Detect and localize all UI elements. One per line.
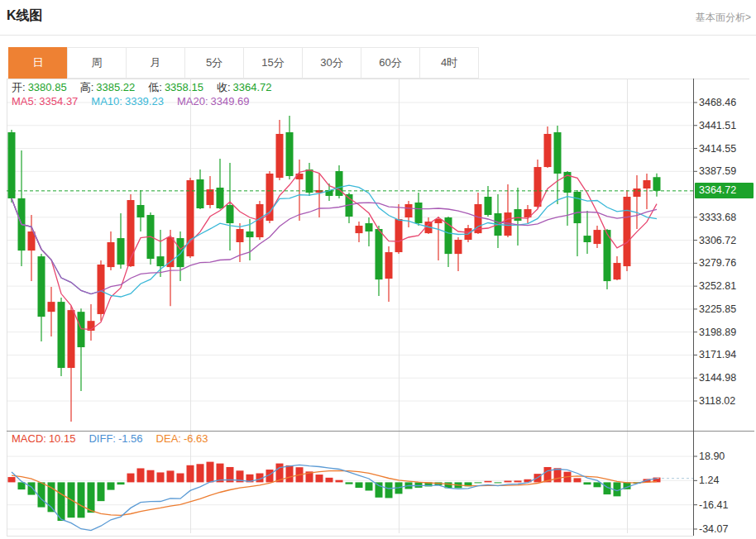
candles-layer	[8, 116, 661, 422]
ma-ma10: MA10:3339.23	[91, 95, 164, 107]
macd-histogram-bar	[187, 465, 194, 483]
candle-body	[187, 180, 194, 256]
candle-body	[137, 205, 145, 217]
ma-ma20-label: MA20:	[177, 95, 208, 107]
macd-histogram-bar	[28, 482, 36, 494]
macd-histogram-bar	[108, 482, 115, 489]
candle-body	[207, 189, 214, 205]
ma-legend: MA5:3354.37MA10:3339.23MA20:3349.69	[12, 95, 263, 107]
macd-histogram-bar	[594, 482, 601, 487]
candle-body	[376, 229, 383, 279]
macd-macd: MACD:10.15	[12, 432, 75, 445]
candle-body	[544, 134, 552, 167]
candle-body	[634, 188, 641, 197]
macd-histogram-bar	[366, 482, 373, 490]
candle-body	[58, 302, 65, 368]
candle-body	[415, 203, 423, 223]
candle-body	[117, 238, 125, 265]
macd-diff: DIFF:-1.56	[89, 432, 142, 445]
macd-legend: MACD:10.15DIFF:-1.56DEA:-6.63	[12, 432, 222, 445]
macd-histogram-bar	[78, 482, 85, 518]
candle-body	[405, 204, 413, 217]
ohlc-high: 高:3385.22	[80, 81, 136, 93]
kline-module: K线图 基本面分析> 日周月5分15分30分60分4时 开:3380.85高:3…	[0, 0, 756, 539]
macd-histogram-bar	[475, 482, 482, 483]
macd-histogram-bar	[98, 482, 105, 501]
ohlc-low: 低:3358.15	[148, 81, 203, 93]
candle-body	[246, 231, 254, 237]
macd-histogram-bar	[127, 474, 135, 483]
macd-histogram-bar	[574, 478, 581, 482]
macd-histogram-bar	[584, 482, 591, 484]
macd-diff-value: -1.56	[118, 432, 143, 445]
macd-histogram-bar	[58, 482, 65, 521]
ohlc-low-label: 低:	[148, 81, 162, 93]
ma-ma10-label: MA10:	[91, 95, 122, 107]
candle-body	[624, 197, 631, 266]
candle-body	[385, 252, 393, 279]
ma-ma5-value: 3354.37	[39, 95, 78, 107]
price-tick-label: 3252.81	[699, 280, 755, 292]
price-tick-label: 3387.59	[699, 165, 755, 177]
candle-body	[584, 236, 591, 242]
candle-body	[644, 180, 651, 188]
macd-histogram-bar	[495, 482, 502, 483]
candle-body	[38, 256, 45, 317]
candle-body	[366, 223, 373, 231]
candle-body	[28, 231, 36, 250]
candle-body	[237, 229, 244, 242]
ohlc-open-value: 3380.85	[28, 81, 67, 93]
candle-body	[286, 132, 294, 176]
macd-histogram-bar	[167, 470, 175, 482]
ma10-line	[12, 185, 657, 297]
ohlc-high-label: 高:	[80, 81, 94, 93]
candle-body	[554, 132, 562, 174]
macd-histogram-bar	[356, 482, 363, 488]
macd-tick-label: 1.24	[699, 475, 755, 486]
macd-histogram-bar	[117, 482, 125, 484]
macd-histogram-bar	[385, 482, 393, 498]
ohlc-legend: 开:3380.85高:3385.22低:3358.15收:3364.72	[12, 80, 285, 95]
ma-ma5-label: MA5:	[12, 95, 36, 107]
ma-ma20-value: 3349.69	[211, 95, 250, 107]
macd-macd-label: MACD:	[12, 432, 46, 445]
macd-tick-label: -34.07	[699, 523, 755, 535]
ohlc-high-value: 3385.22	[96, 81, 135, 93]
macd-layer	[8, 462, 661, 531]
candle-body	[197, 179, 204, 208]
macd-histogram-bar	[177, 474, 184, 483]
macd-histogram-bar	[197, 464, 204, 482]
price-tick-label: 3468.46	[699, 97, 755, 108]
candle-body	[127, 200, 135, 266]
ma-ma20: MA20:3349.69	[177, 95, 250, 107]
macd-histogram-bar	[505, 481, 512, 483]
macd-dea: DEA:-6.63	[156, 432, 208, 445]
ohlc-close: 收:3364.72	[217, 81, 272, 93]
macd-diff-label: DIFF:	[89, 432, 116, 445]
macd-histogram-bar	[554, 468, 562, 482]
price-tick-label: 3225.85	[699, 303, 755, 315]
macd-histogram-bar	[157, 472, 165, 482]
macd-histogram-bar	[8, 477, 16, 482]
macd-histogram-bar	[207, 462, 214, 483]
macd-histogram-bar	[147, 470, 155, 483]
macd-dea-label: DEA:	[156, 432, 181, 445]
ohlc-open: 开:3380.85	[12, 81, 67, 93]
macd-histogram-bar	[415, 482, 423, 488]
macd-histogram-bar	[316, 475, 323, 482]
candle-body	[534, 167, 542, 207]
candle-body	[455, 240, 462, 254]
price-tick-label: 3198.89	[699, 327, 755, 338]
macd-histogram-bar	[88, 482, 95, 513]
candle-body	[614, 263, 621, 279]
candle-body	[8, 132, 16, 198]
price-tick-label: 3279.76	[699, 257, 755, 269]
ohlc-close-label: 收:	[217, 81, 231, 93]
macd-tick-label: -16.41	[699, 499, 755, 511]
ohlc-low-value: 3358.15	[165, 81, 203, 93]
macd-histogram-bar	[514, 480, 522, 482]
price-tick-label: 3333.68	[699, 212, 755, 223]
ma-ma10-value: 3339.23	[125, 95, 164, 107]
candle-body	[68, 310, 75, 368]
candle-body	[485, 197, 492, 215]
